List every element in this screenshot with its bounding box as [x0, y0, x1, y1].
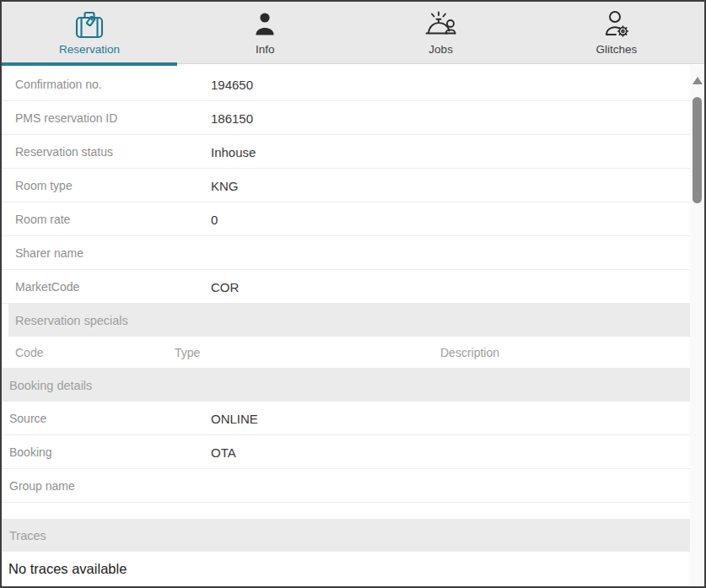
field-row-reservation-status: Reservation status Inhouse: [2, 135, 690, 169]
tab-info-label: Info: [256, 43, 275, 56]
scrollbar-up-arrow-icon[interactable]: [690, 77, 704, 84]
traces-empty-message: No traces available: [2, 552, 690, 586]
field-label: Group name: [9, 479, 75, 493]
field-label: Sharer name: [15, 246, 84, 260]
field-label: Booking: [9, 445, 52, 459]
specials-table-header: Code Type Description: [2, 337, 690, 369]
section-header-reservation-specials: Reservation specials: [8, 304, 690, 337]
field-row-room-rate: Room rate 0: [2, 202, 690, 236]
scrollbar-thumb[interactable]: [693, 97, 702, 203]
tab-jobs[interactable]: Jobs: [353, 2, 529, 63]
reservation-panel: Confirmation no. 194650 PMS reservation …: [2, 64, 690, 585]
reservation-window: Reservation Info: [0, 0, 706, 588]
tab-glitches[interactable]: Glitches: [529, 2, 704, 63]
service-bell-person-icon: [423, 8, 460, 41]
field-value: 186150: [211, 111, 253, 125]
field-row-room-type: Room type KNG: [2, 169, 690, 202]
field-row-sharer-name: Sharer name: [2, 236, 690, 270]
field-label: PMS reservation ID: [15, 111, 117, 125]
field-label: Confirmation no.: [15, 78, 102, 91]
field-value: KNG: [211, 178, 239, 192]
tab-info[interactable]: Info: [177, 2, 353, 63]
field-label: Source: [9, 412, 46, 425]
field-row-confirmation-no: Confirmation no. 194650: [2, 67, 690, 101]
active-tab-indicator: [2, 62, 177, 66]
tab-bar: Reservation Info: [2, 2, 704, 64]
tab-reservation[interactable]: Reservation: [2, 2, 177, 63]
field-value: OTA: [211, 445, 236, 459]
suitcase-icon: [73, 8, 106, 41]
field-row-pms-reservation-id: PMS reservation ID 186150: [2, 101, 690, 135]
field-row-marketcode: MarketCode COR: [2, 270, 690, 304]
field-label: Room type: [15, 179, 73, 192]
field-label: MarketCode: [15, 280, 79, 294]
section-gap: [2, 503, 690, 519]
field-value: 0: [211, 212, 218, 226]
field-label: Reservation status: [15, 145, 113, 159]
person-icon: [252, 8, 278, 41]
section-header-label: Traces: [9, 529, 46, 542]
person-gear-icon: [601, 8, 632, 41]
field-row-group-name: Group name: [2, 469, 690, 503]
field-value: COR: [211, 279, 239, 294]
field-label: Room rate: [15, 213, 70, 226]
section-header-traces: Traces: [2, 519, 690, 552]
tab-reservation-label: Reservation: [59, 43, 120, 56]
field-row-source: Source ONLINE: [2, 402, 690, 435]
column-header-code: Code: [15, 346, 43, 359]
section-header-booking-details: Booking details: [2, 369, 690, 402]
tab-glitches-label: Glitches: [596, 43, 637, 56]
field-value: 194650: [211, 77, 253, 91]
field-row-booking: Booking OTA: [2, 435, 690, 469]
field-value: ONLINE: [211, 411, 258, 425]
section-header-label: Reservation specials: [15, 314, 128, 327]
vertical-scrollbar[interactable]: [690, 65, 704, 586]
column-header-description: Description: [440, 346, 499, 359]
tab-jobs-label: Jobs: [428, 43, 453, 56]
field-value: Inhouse: [211, 144, 256, 159]
section-header-label: Booking details: [9, 379, 92, 392]
column-header-type: Type: [175, 346, 200, 359]
